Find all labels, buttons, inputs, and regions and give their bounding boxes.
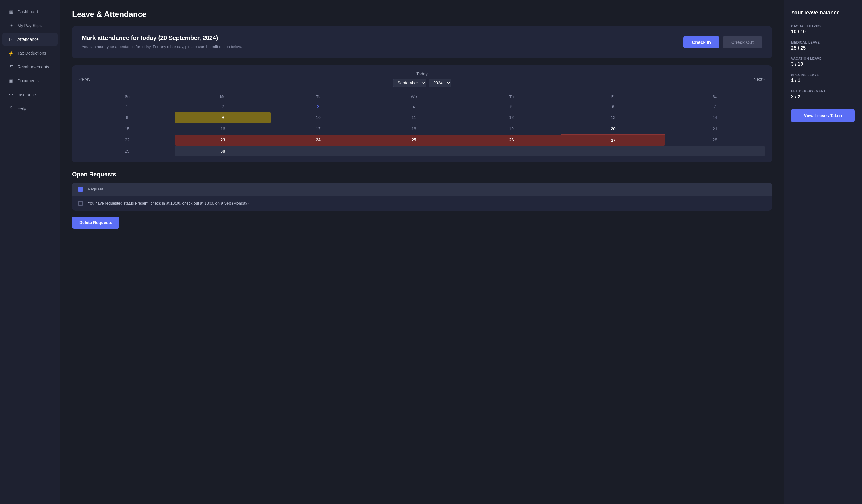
sidebar-item-pay-slips[interactable]: ✈ My Pay Slips <box>2 19 58 32</box>
sidebar-label-dashboard: Dashboard <box>17 9 38 14</box>
cal-cell-1-1[interactable]: 9 <box>175 112 271 123</box>
view-leaves-button[interactable]: View Leaves Taken <box>791 109 855 122</box>
prev-button[interactable]: <Prev <box>79 77 90 82</box>
cal-cell-0-6[interactable]: 7 <box>665 101 765 112</box>
attendance-heading: Mark attendance for today (20 September,… <box>82 35 242 41</box>
requests-table: Request You have requested status Presen… <box>72 183 772 211</box>
right-panel: Your leave balance CASUAL LEAVES 10 / 10… <box>784 0 862 504</box>
next-button[interactable]: Next> <box>754 77 765 82</box>
checkin-button[interactable]: Check In <box>683 36 719 48</box>
sidebar-item-insurance[interactable]: 🛡 Insurance <box>2 88 58 101</box>
leave-balance-3: 1 / 1 <box>791 78 855 83</box>
dashboard-icon: ▦ <box>9 9 14 14</box>
attendance-icon: ☑ <box>9 37 14 42</box>
cal-cell-1-0[interactable]: 8 <box>79 112 175 123</box>
leave-item-2: VACATION LEAVE 3 / 10 <box>791 57 855 67</box>
checkout-button[interactable]: Check Out <box>723 36 762 48</box>
sidebar-item-attendance[interactable]: ☑ Attendance <box>2 33 58 46</box>
leave-item-4: PET BEREAVEMENT 2 / 2 <box>791 89 855 100</box>
cal-day-su: Su <box>79 92 175 101</box>
leave-item-0: CASUAL LEAVES 10 / 10 <box>791 24 855 35</box>
leave-item-3: SPECIAL LEAVE 1 / 1 <box>791 73 855 83</box>
leave-type-1: MEDICAL LEAVE <box>791 41 855 44</box>
cal-cell-4-0[interactable]: 29 <box>79 146 175 157</box>
sidebar-label-reimbursements: Reimbursements <box>17 65 49 69</box>
leave-balance-0: 10 / 10 <box>791 29 855 35</box>
sidebar-label-insurance: Insurance <box>17 92 36 97</box>
cal-cell-3-1[interactable]: 23 <box>175 135 271 146</box>
month-select[interactable]: September <box>393 79 427 87</box>
year-select[interactable]: 2024 <box>429 79 451 87</box>
request-column-label: Request <box>88 187 103 191</box>
delete-requests-button[interactable]: Delete Requests <box>72 216 119 228</box>
cal-day-mo: Mo <box>175 92 271 101</box>
cal-cell-2-4[interactable]: 19 <box>462 123 561 135</box>
tax-deductions-icon: ⚡ <box>9 51 14 56</box>
sidebar-item-tax-deductions[interactable]: ⚡ Tax Deductions <box>2 47 58 59</box>
sidebar-label-documents: Documents <box>17 78 39 83</box>
cal-cell-0-1[interactable]: 2 <box>175 101 271 112</box>
cal-cell-4-4[interactable] <box>462 146 561 157</box>
leave-type-2: VACATION LEAVE <box>791 57 855 61</box>
open-requests-title: Open Requests <box>72 171 772 178</box>
leave-type-4: PET BEREAVEMENT <box>791 89 855 93</box>
cal-day-we: We <box>366 92 462 101</box>
cal-cell-1-3[interactable]: 11 <box>366 112 462 123</box>
cal-cell-4-6[interactable] <box>665 146 765 157</box>
cal-cell-0-4[interactable]: 5 <box>462 101 561 112</box>
sidebar-item-dashboard[interactable]: ▦ Dashboard <box>2 5 58 18</box>
cal-cell-4-5[interactable] <box>561 146 665 157</box>
request-text: You have requested status Present, check… <box>88 201 250 205</box>
cal-cell-3-5[interactable]: 27 <box>561 135 665 146</box>
cal-cell-4-1[interactable]: 30 <box>175 146 271 157</box>
sidebar-label-pay-slips: My Pay Slips <box>17 23 42 28</box>
cal-cell-2-6[interactable]: 21 <box>665 123 765 135</box>
cal-cell-0-2[interactable]: 3 <box>271 101 366 112</box>
cal-cell-2-0[interactable]: 15 <box>79 123 175 135</box>
today-label: Today <box>416 71 427 76</box>
attendance-buttons: Check In Check Out <box>683 36 762 48</box>
sidebar-item-help[interactable]: ? Help <box>2 102 58 115</box>
cal-cell-1-4[interactable]: 12 <box>462 112 561 123</box>
leave-items-container: CASUAL LEAVES 10 / 10 MEDICAL LEAVE 25 /… <box>791 24 855 100</box>
cal-cell-1-2[interactable]: 10 <box>271 112 366 123</box>
leave-type-0: CASUAL LEAVES <box>791 24 855 28</box>
cal-day-fr: Fr <box>561 92 665 101</box>
sidebar-label-help: Help <box>17 106 26 111</box>
month-year-selectors: September 2024 <box>393 79 451 87</box>
cal-cell-0-0[interactable]: 1 <box>79 101 175 112</box>
cal-cell-2-3[interactable]: 18 <box>366 123 462 135</box>
cal-cell-2-5[interactable]: 20 <box>561 123 665 135</box>
row-checkbox[interactable] <box>78 201 83 206</box>
leave-item-1: MEDICAL LEAVE 25 / 25 <box>791 41 855 51</box>
calendar-center: Today September 2024 <box>393 71 451 87</box>
documents-icon: ▣ <box>9 78 14 83</box>
calendar-nav: <Prev Today September 2024 Next> <box>79 71 765 87</box>
sidebar-label-tax-deductions: Tax Deductions <box>17 51 46 56</box>
cal-day-sa: Sa <box>665 92 765 101</box>
cal-day-tu: Tu <box>271 92 366 101</box>
cal-cell-3-2[interactable]: 24 <box>271 135 366 146</box>
pay-slips-icon: ✈ <box>9 23 14 28</box>
cal-cell-4-3[interactable] <box>366 146 462 157</box>
header-checkbox[interactable] <box>78 187 83 191</box>
attendance-card-text: Mark attendance for today (20 September,… <box>82 35 242 50</box>
cal-cell-2-2[interactable]: 17 <box>271 123 366 135</box>
calendar-grid: SuMoTuWeThFrSa 1234567891011121314151617… <box>79 92 765 157</box>
cal-cell-3-0[interactable]: 22 <box>79 135 175 146</box>
cal-cell-0-5[interactable]: 6 <box>561 101 665 112</box>
cal-cell-3-3[interactable]: 25 <box>366 135 462 146</box>
sidebar-item-reimbursements[interactable]: 🏷 Reimbursements <box>2 61 58 73</box>
cal-cell-4-2[interactable] <box>271 146 366 157</box>
leave-balance-4: 2 / 2 <box>791 94 855 100</box>
calendar: <Prev Today September 2024 Next> SuMoTuW… <box>72 65 772 162</box>
attendance-description: You can mark your attendance for today. … <box>82 44 242 50</box>
cal-cell-3-6[interactable]: 28 <box>665 135 765 146</box>
cal-cell-3-4[interactable]: 26 <box>462 135 561 146</box>
cal-cell-2-1[interactable]: 16 <box>175 123 271 135</box>
attendance-card: Mark attendance for today (20 September,… <box>72 26 772 58</box>
cal-cell-1-5[interactable]: 13 <box>561 112 665 123</box>
cal-cell-1-6[interactable]: 14 <box>665 112 765 123</box>
cal-cell-0-3[interactable]: 4 <box>366 101 462 112</box>
sidebar-item-documents[interactable]: ▣ Documents <box>2 75 58 87</box>
